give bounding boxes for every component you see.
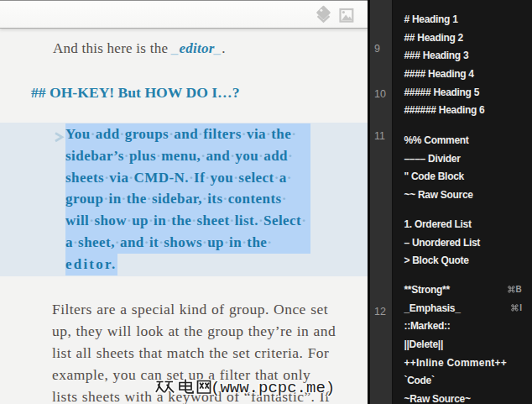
svg-text:(www.pcpc.me): (www.pcpc.me) — [211, 379, 335, 397]
svg-text:B: B — [516, 286, 522, 294]
svg-text:I: I — [519, 304, 522, 312]
